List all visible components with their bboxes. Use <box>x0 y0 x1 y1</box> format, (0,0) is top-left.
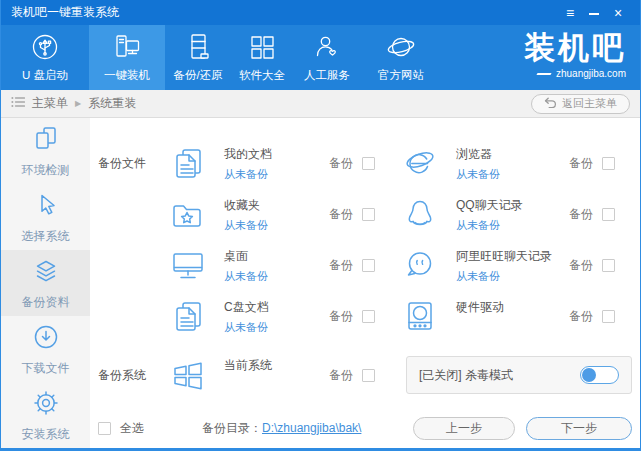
nav-usb-boot[interactable]: U 盘启动 <box>1 25 89 90</box>
backup-row: C盘文档 从未备份 备份 硬件驱动 备份 <box>98 291 632 342</box>
breadcrumb-current: 系统重装 <box>88 95 136 112</box>
sidebar-item-select-system[interactable]: 选择系统 <box>1 184 90 250</box>
antivirus-panel: [已关闭] 杀毒模式 <box>406 356 632 394</box>
item-status <box>224 379 320 392</box>
backup-checkbox[interactable] <box>602 259 615 272</box>
sidebar-item-env-check[interactable]: 环境检测 <box>1 118 90 184</box>
sidebar-item-label: 下载文件 <box>22 360 70 377</box>
grid-icon <box>247 32 277 64</box>
item-status: 从未备份 <box>456 270 560 283</box>
item-title: 收藏夹 <box>224 198 320 212</box>
server-icon <box>183 32 213 64</box>
sidebar-item-backup-data[interactable]: 备份资料 <box>1 250 90 316</box>
back-button-label: 返回主菜单 <box>562 96 617 111</box>
backup-checkbox[interactable] <box>362 208 375 221</box>
item-status: 从未备份 <box>456 219 560 232</box>
nav-backup-restore[interactable]: 备份/还原 <box>165 25 231 90</box>
chevron-right-icon: ▶ <box>75 99 81 108</box>
backup-dir-link[interactable]: D:\zhuangjiba\bak\ <box>262 421 361 435</box>
antivirus-label: [已关闭] 杀毒模式 <box>419 367 580 384</box>
backup-dir-label: 备份目录： <box>202 420 262 437</box>
sidebar-item-label: 安装系统 <box>22 426 70 443</box>
aliwangwang-icon <box>392 247 448 285</box>
top-nav: U 盘启动 一键装机 备份/还原 软件大全 人工服务 <box>1 25 640 90</box>
app-window: 装机吧一键重装系统 ≡ × U 盘启动 一键装机 备份/还原 <box>0 0 641 451</box>
sidebar-item-download-files[interactable]: 下载文件 <box>1 316 90 382</box>
download-icon <box>31 322 61 355</box>
person-icon <box>312 32 342 64</box>
item-status: 从未备份 <box>224 321 320 334</box>
usb-icon <box>30 32 60 64</box>
item-title: 硬件驱动 <box>456 300 560 314</box>
backup-row: 桌面 从未备份 备份 阿里旺旺聊天记录 从未备份 备 <box>98 240 632 291</box>
gear-icon <box>31 388 61 421</box>
section-label-system: 备份系统 <box>98 367 160 384</box>
item-status: 从未备份 <box>224 270 320 283</box>
layers-icon <box>31 256 61 289</box>
back-to-menu-button[interactable]: 返回主菜单 <box>531 94 630 114</box>
next-step-button[interactable]: 下一步 <box>526 417 632 440</box>
minimize-icon <box>589 13 599 15</box>
minimize-button[interactable] <box>582 5 606 21</box>
list-icon <box>11 96 25 111</box>
nav-label: U 盘启动 <box>22 68 68 83</box>
backup-label: 备份 <box>569 206 593 223</box>
nav-label: 软件大全 <box>239 68 285 83</box>
nav-software[interactable]: 软件大全 <box>231 25 293 90</box>
item-status: 从未备份 <box>224 168 320 181</box>
undo-arrow-icon <box>544 97 557 110</box>
backup-label: 备份 <box>329 308 353 325</box>
item-title: 当前系统 <box>224 358 320 372</box>
backup-row: 收藏夹 从未备份 备份 QQ聊天记录 从未备份 备份 <box>98 189 632 240</box>
sidebar-item-label: 选择系统 <box>22 228 70 245</box>
item-title: QQ聊天记录 <box>456 198 560 212</box>
brand-domain: zhuangjiba.com <box>556 68 626 79</box>
window-title: 装机吧一键重装系统 <box>11 4 558 21</box>
backup-label: 备份 <box>329 206 353 223</box>
nav-website[interactable]: 官方网站 <box>361 25 441 90</box>
item-title: C盘文档 <box>224 300 320 314</box>
antivirus-toggle[interactable] <box>580 366 619 384</box>
menu-icon[interactable]: ≡ <box>558 5 582 21</box>
documents-icon <box>160 145 216 183</box>
nav-one-key-install[interactable]: 一键装机 <box>89 25 165 90</box>
qq-icon <box>392 196 448 234</box>
pages-icon <box>31 124 61 157</box>
backup-checkbox[interactable] <box>602 208 615 221</box>
cursor-icon <box>31 190 61 223</box>
backup-row: 备份文件 我的文档 从未备份 备份 <box>98 138 632 189</box>
brand-logo: 装机吧 zhuangjiba.com <box>524 30 626 79</box>
backup-label: 备份 <box>569 257 593 274</box>
backup-checkbox[interactable] <box>602 157 615 170</box>
backup-label: 备份 <box>329 257 353 274</box>
section-label-files: 备份文件 <box>98 155 160 172</box>
select-all-label: 全选 <box>120 420 144 437</box>
brand-name: 装机吧 <box>524 30 626 66</box>
backup-checkbox[interactable] <box>362 157 375 170</box>
prev-step-button[interactable]: 上一步 <box>413 417 515 440</box>
breadcrumb-root[interactable]: 主菜单 <box>32 95 68 112</box>
sidebar-item-label: 备份资料 <box>22 294 70 311</box>
backup-checkbox[interactable] <box>602 310 615 323</box>
hardware-drive-icon <box>392 298 448 336</box>
item-title: 我的文档 <box>224 147 320 161</box>
backup-system-row: 备份系统 当前系统 备份 [已关闭] 杀毒模式 <box>98 348 632 402</box>
backup-label: 备份 <box>329 155 353 172</box>
nav-label: 官方网站 <box>378 68 424 83</box>
steps-sidebar: 环境检测 选择系统 备份资料 下载文件 <box>1 118 90 448</box>
item-title: 浏览器 <box>456 147 560 161</box>
sidebar-item-install-system[interactable]: 安装系统 <box>1 382 90 448</box>
nav-label: 人工服务 <box>304 68 350 83</box>
item-status <box>456 321 560 334</box>
item-status: 从未备份 <box>224 219 320 232</box>
backup-checkbox[interactable] <box>362 259 375 272</box>
backup-checkbox[interactable] <box>362 369 375 382</box>
select-all-checkbox[interactable] <box>98 422 111 435</box>
close-button[interactable]: × <box>606 5 630 21</box>
backup-label: 备份 <box>569 155 593 172</box>
logo-line <box>536 73 551 75</box>
backup-checkbox[interactable] <box>362 310 375 323</box>
toggle-knob <box>582 368 596 382</box>
nav-service[interactable]: 人工服务 <box>293 25 361 90</box>
computer-icon <box>112 32 142 64</box>
